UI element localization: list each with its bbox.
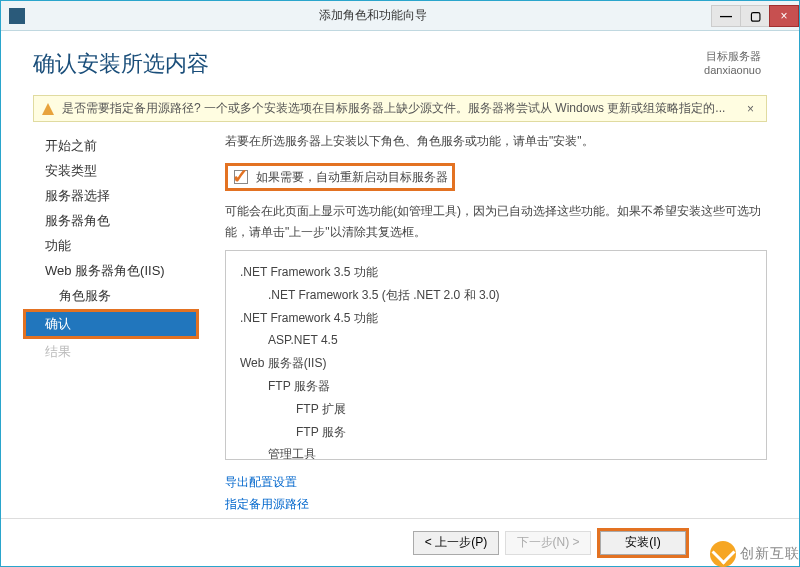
- target-server-info: 目标服务器 danxiaonuo: [704, 49, 767, 76]
- window-title: 添加角色和功能向导: [33, 7, 712, 24]
- wizard-body: 开始之前 安装类型 服务器选择 服务器角色 功能 Web 服务器角色(IIS) …: [23, 132, 777, 518]
- feature-item: Web 服务器(IIS): [240, 352, 752, 375]
- feature-item: .NET Framework 3.5 功能: [240, 261, 752, 284]
- warning-text: 是否需要指定备用源路径? 一个或多个安装选项在目标服务器上缺少源文件。服务器将尝…: [62, 100, 743, 117]
- export-config-link[interactable]: 导出配置设置: [225, 472, 767, 494]
- feature-item: .NET Framework 4.5 功能: [240, 307, 752, 330]
- sidebar-item-confirm[interactable]: 确认: [23, 309, 199, 339]
- sidebar-item-before-begin[interactable]: 开始之前: [23, 134, 199, 158]
- wizard-header: 确认安装所选内容 目标服务器 danxiaonuo: [23, 31, 777, 89]
- feature-item: ASP.NET 4.5: [240, 329, 752, 352]
- warning-icon: [42, 103, 54, 115]
- sidebar-item-results: 结果: [23, 340, 199, 364]
- feature-item: FTP 服务: [240, 421, 752, 444]
- titlebar: 添加角色和功能向导 — ▢ ×: [1, 1, 799, 31]
- target-server-label: 目标服务器: [704, 49, 761, 64]
- wizard-sidebar: 开始之前 安装类型 服务器选择 服务器角色 功能 Web 服务器角色(IIS) …: [23, 132, 199, 518]
- target-server-value: danxiaonuo: [704, 64, 761, 76]
- minimize-button[interactable]: —: [711, 5, 741, 27]
- alt-source-link[interactable]: 指定备用源路径: [225, 494, 767, 516]
- install-button[interactable]: 安装(I): [600, 531, 686, 555]
- next-button: 下一步(N) >: [505, 531, 591, 555]
- warning-close-button[interactable]: ×: [743, 102, 758, 116]
- warning-bar: 是否需要指定备用源路径? 一个或多个安装选项在目标服务器上缺少源文件。服务器将尝…: [33, 95, 767, 122]
- checkbox-checked-icon: [232, 168, 250, 186]
- features-listbox[interactable]: .NET Framework 3.5 功能 .NET Framework 3.5…: [225, 250, 767, 460]
- titlebar-buttons: — ▢ ×: [712, 5, 799, 27]
- instruction-text: 若要在所选服务器上安装以下角色、角色服务或功能，请单击"安装"。: [225, 132, 767, 151]
- feature-item: 管理工具: [240, 443, 752, 460]
- maximize-button[interactable]: ▢: [740, 5, 770, 27]
- restart-checkbox-row[interactable]: 如果需要，自动重新启动目标服务器: [225, 163, 455, 191]
- install-button-highlight: 安装(I): [597, 528, 689, 558]
- sidebar-item-install-type[interactable]: 安装类型: [23, 159, 199, 183]
- close-button[interactable]: ×: [769, 5, 799, 27]
- app-icon: [9, 8, 25, 24]
- sidebar-item-server-roles[interactable]: 服务器角色: [23, 209, 199, 233]
- sidebar-item-server-select[interactable]: 服务器选择: [23, 184, 199, 208]
- previous-button[interactable]: < 上一步(P): [413, 531, 499, 555]
- feature-item: .NET Framework 3.5 (包括 .NET 2.0 和 3.0): [240, 284, 752, 307]
- page-title: 确认安装所选内容: [33, 49, 209, 79]
- note-text: 可能会在此页面上显示可选功能(如管理工具)，因为已自动选择这些功能。如果不希望安…: [225, 201, 767, 242]
- wizard-window: 添加角色和功能向导 — ▢ × 确认安装所选内容 目标服务器 danxiaonu…: [0, 0, 800, 567]
- sidebar-item-features[interactable]: 功能: [23, 234, 199, 258]
- main-panel: 若要在所选服务器上安装以下角色、角色服务或功能，请单击"安装"。 如果需要，自动…: [199, 132, 767, 518]
- feature-item: FTP 服务器: [240, 375, 752, 398]
- links-area: 导出配置设置 指定备用源路径: [225, 472, 767, 515]
- sidebar-item-role-services[interactable]: 角色服务: [23, 284, 199, 308]
- wizard-footer: < 上一步(P) 下一步(N) > 安装(I) 取消: [1, 518, 799, 566]
- content-area: 确认安装所选内容 目标服务器 danxiaonuo 是否需要指定备用源路径? 一…: [1, 31, 799, 518]
- sidebar-item-iis[interactable]: Web 服务器角色(IIS): [23, 259, 199, 283]
- feature-item: FTP 扩展: [240, 398, 752, 421]
- restart-checkbox-label: 如果需要，自动重新启动目标服务器: [256, 169, 448, 186]
